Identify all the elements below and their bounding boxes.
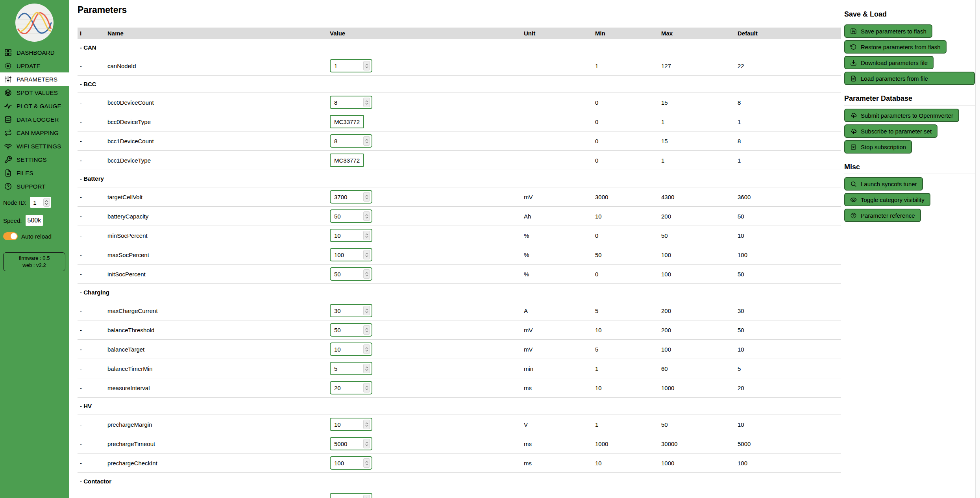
download-parameters-file-button[interactable]: Download parameters file bbox=[844, 56, 934, 69]
submit-parameters-to-openinverter-button[interactable]: Submit parameters to OpenInverter bbox=[844, 109, 959, 122]
number-spinner[interactable] bbox=[363, 458, 370, 468]
cell-default: 3600 bbox=[735, 194, 841, 200]
cell-value: 50 bbox=[327, 323, 521, 337]
number-spinner[interactable] bbox=[363, 136, 370, 146]
number-spinner[interactable] bbox=[363, 250, 370, 259]
value-input-measureinterval[interactable]: 20 bbox=[330, 381, 372, 394]
number-spinner[interactable] bbox=[363, 439, 370, 448]
cell-max: 30000 bbox=[659, 441, 735, 447]
cell-value: MC33772 bbox=[327, 115, 521, 128]
value-input-maxchargecurrent[interactable]: 30 bbox=[330, 304, 372, 317]
value-input-prechargetimeout[interactable]: 5000 bbox=[330, 437, 372, 450]
button-label: Load parameters from file bbox=[861, 75, 928, 82]
launch-syncofs-tuner-button[interactable]: Launch syncofs tuner bbox=[844, 177, 923, 191]
sidebar-item-dashboard[interactable]: DASHBOARD bbox=[0, 46, 69, 59]
value-input-targetcellvolt[interactable]: 3700 bbox=[330, 190, 372, 204]
value-input-maxsocpercent[interactable]: 100 bbox=[330, 248, 372, 261]
section-title: - HV bbox=[80, 403, 92, 409]
cell-dash: - bbox=[78, 252, 105, 258]
cell-min: 3000 bbox=[593, 194, 659, 200]
toggle-category-visibility-button[interactable]: Toggle category visibility bbox=[844, 193, 930, 206]
sidebar-item-update[interactable]: UPDATE bbox=[0, 59, 69, 72]
subscribe-to-parameter-set-button[interactable]: Subscribe to parameter set bbox=[844, 124, 937, 138]
button-label: Launch syncofs tuner bbox=[861, 181, 917, 187]
sidebar-item-wifi-settings[interactable]: WIFI SETTINGS bbox=[0, 139, 69, 153]
param-row-maxchargecurrent: -maxChargeCurrent30A520030 bbox=[78, 301, 841, 320]
save-parameters-to-flash-button[interactable]: Save parameters to flash bbox=[844, 24, 932, 38]
number-spinner[interactable] bbox=[363, 383, 370, 392]
value-input-bcc0devicecount[interactable]: 8 bbox=[330, 96, 372, 109]
number-spinner[interactable] bbox=[363, 269, 370, 279]
parameter-reference-button[interactable]: Parameter reference bbox=[844, 209, 921, 222]
speed-select[interactable]: 500k bbox=[26, 215, 43, 226]
number-spinner[interactable] bbox=[363, 231, 370, 240]
sidebar-item-plot-gauge[interactable]: PLOT & GAUGE bbox=[0, 99, 69, 113]
sidebar-item-settings[interactable]: SETTINGS bbox=[0, 153, 69, 166]
cell-default: 50 bbox=[735, 271, 841, 278]
input-value: 50 bbox=[331, 213, 341, 220]
cell-max: 200 bbox=[659, 307, 735, 314]
value-input-balancethreshold[interactable]: 50 bbox=[330, 323, 372, 337]
node-id-label: Node ID: bbox=[3, 199, 26, 206]
cell-default: 8 bbox=[735, 138, 841, 144]
cell-max: 15 bbox=[659, 99, 735, 106]
node-id-value: 1 bbox=[33, 199, 36, 206]
cell-max: 1 bbox=[659, 118, 735, 125]
sidebar-item-files[interactable]: FILES bbox=[0, 166, 69, 180]
cell-default: 10 bbox=[735, 232, 841, 239]
button-label: Parameter reference bbox=[861, 212, 915, 219]
sidebar-item-data-logger[interactable]: DATA LOGGER bbox=[0, 113, 69, 126]
number-spinner[interactable] bbox=[363, 211, 370, 221]
load-parameters-from-file-button[interactable]: Load parameters from file bbox=[844, 72, 975, 85]
sidebar-item-label: PARAMETERS bbox=[17, 76, 57, 83]
sidebar-item-support[interactable]: SUPPORT bbox=[0, 180, 69, 193]
value-input-prechargecheckint[interactable]: 100 bbox=[330, 456, 372, 470]
vertical-scrollbar[interactable] bbox=[975, 0, 980, 498]
sidebar-item-can-mapping[interactable]: CAN MAPPING bbox=[0, 126, 69, 139]
sidebar-item-label: DATA LOGGER bbox=[17, 116, 59, 123]
sidebar-item-parameters[interactable]: PARAMETERS bbox=[0, 72, 69, 86]
number-spinner[interactable] bbox=[363, 306, 370, 315]
param-row-bcc0devicetype: -bcc0DeviceTypeMC33772011 bbox=[78, 112, 841, 131]
number-spinner[interactable] bbox=[363, 344, 370, 354]
cell-default: 30 bbox=[735, 307, 841, 314]
sidebar-item-spot-values[interactable]: SPOT VALUES bbox=[0, 86, 69, 99]
number-spinner[interactable] bbox=[363, 192, 370, 202]
input-value: 20 bbox=[331, 385, 341, 391]
node-id-input[interactable]: 1 bbox=[30, 197, 51, 208]
cell-max: 100 bbox=[659, 271, 735, 278]
value-input-bcc1devicecount[interactable]: 8 bbox=[330, 134, 372, 148]
param-row-measureinterval: -measureInterval20ms10100020 bbox=[78, 378, 841, 398]
firmware-version: firmware : 0.5 bbox=[4, 255, 64, 262]
stop-subscription-button[interactable]: Stop subscription bbox=[844, 140, 912, 154]
cell-unit: mV bbox=[521, 194, 593, 200]
number-spinner[interactable] bbox=[363, 325, 370, 335]
sidebar-nav: DASHBOARDUPDATEPARAMETERSSPOT VALUESPLOT… bbox=[0, 46, 69, 193]
value-select-bcc0devicetype[interactable]: MC33772 bbox=[330, 115, 364, 128]
value-input-minsocpercent[interactable]: 10 bbox=[330, 229, 372, 242]
sidebar-item-label: DASHBOARD bbox=[17, 49, 55, 56]
auto-reload-label: Auto reload bbox=[21, 233, 52, 240]
number-spinner[interactable] bbox=[363, 495, 370, 498]
restore-parameters-from-flash-button[interactable]: Restore parameters from flash bbox=[844, 40, 947, 54]
node-id-stepper[interactable] bbox=[43, 198, 50, 207]
value-input-balancetimermin[interactable]: 5 bbox=[330, 362, 372, 375]
value-input-balancetarget[interactable]: 10 bbox=[330, 342, 372, 356]
restore-icon bbox=[850, 44, 857, 50]
value-input-prechargemargin[interactable]: 10 bbox=[330, 418, 372, 431]
cloud-upload-icon bbox=[850, 112, 857, 119]
value-input-cannodeid[interactable]: 1 bbox=[330, 59, 372, 72]
number-spinner[interactable] bbox=[363, 364, 370, 373]
value-select-bcc1devicetype[interactable]: MC33772 bbox=[330, 154, 364, 167]
value-input-partial[interactable] bbox=[330, 493, 372, 498]
number-spinner[interactable] bbox=[363, 98, 370, 107]
cell-value: 3700 bbox=[327, 190, 521, 204]
number-spinner[interactable] bbox=[363, 61, 370, 70]
value-input-initsocpercent[interactable]: 50 bbox=[330, 267, 372, 281]
cell-unit: min bbox=[521, 365, 593, 372]
cell-unit: mV bbox=[521, 327, 593, 333]
cell-dash: - bbox=[78, 118, 105, 125]
value-input-batterycapacity[interactable]: 50 bbox=[330, 209, 372, 223]
auto-reload-toggle[interactable] bbox=[3, 232, 18, 240]
number-spinner[interactable] bbox=[363, 420, 370, 429]
